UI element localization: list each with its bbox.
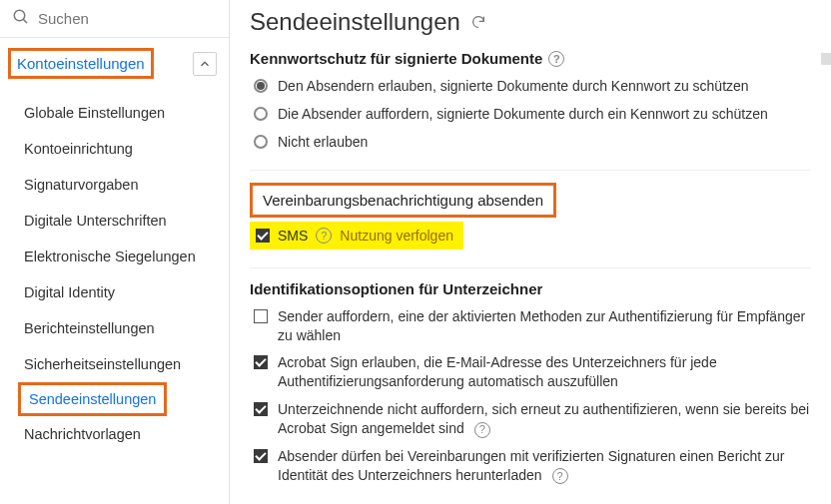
check-option-skip-reauth[interactable]: Unterzeichnende nicht auffordern, sich e… bbox=[250, 400, 811, 438]
sidebar-item-message-templates[interactable]: Nachrichtvorlagen bbox=[0, 416, 229, 452]
sidebar-item-global[interactable]: Globale Einstellungen bbox=[0, 95, 229, 131]
divider bbox=[250, 267, 811, 268]
radio-icon bbox=[254, 135, 268, 149]
main-content: Sendeeinstellungen Kennwortschutz für si… bbox=[230, 0, 831, 504]
checkbox-icon bbox=[254, 355, 268, 369]
section-agreement-notification: Vereinbarungsbenachrichtigung absenden S… bbox=[250, 183, 811, 250]
radio-label: Den Absendern erlauben, signierte Dokume… bbox=[278, 77, 749, 96]
help-icon[interactable]: ? bbox=[548, 51, 564, 67]
sidebar-section-header[interactable]: Kontoeinstellungen bbox=[0, 38, 229, 89]
help-icon[interactable]: ? bbox=[552, 468, 568, 484]
check-label-text: Absender dürfen bei Vereinbarungen mit v… bbox=[278, 448, 784, 483]
radio-icon bbox=[254, 107, 268, 121]
help-icon[interactable]: ? bbox=[474, 422, 490, 438]
search-row bbox=[0, 0, 229, 38]
section-password-protection: Kennwortschutz für signierte Dokumente ?… bbox=[250, 50, 811, 152]
check-option-require-method[interactable]: Sender auffordern, eine der aktivierten … bbox=[250, 307, 811, 345]
collapse-toggle[interactable] bbox=[193, 52, 217, 76]
svg-point-0 bbox=[14, 10, 25, 21]
sidebar-item-send-settings[interactable]: Sendeeinstellungen bbox=[18, 382, 167, 416]
page-title: Sendeeinstellungen bbox=[250, 8, 811, 36]
check-label: Acrobat Sign erlauben, die E-Mail-Adress… bbox=[278, 353, 811, 391]
check-option-download-identity-report[interactable]: Absender dürfen bei Vereinbarungen mit v… bbox=[250, 447, 811, 485]
check-label: Sender auffordern, eine der aktivierten … bbox=[278, 307, 811, 345]
radio-label: Die Absender auffordern, signierte Dokum… bbox=[278, 105, 768, 124]
sidebar-item-electronic-seals[interactable]: Elektronische Siegelungen bbox=[0, 239, 229, 274]
chevron-up-icon bbox=[198, 57, 212, 71]
scrollbar-marker[interactable] bbox=[821, 53, 831, 65]
page-title-text: Sendeeinstellungen bbox=[250, 8, 460, 36]
sms-label: SMS bbox=[278, 228, 308, 244]
section-title-text: Vereinbarungsbenachrichtigung absenden bbox=[263, 192, 543, 209]
sms-checkbox[interactable] bbox=[256, 229, 270, 243]
section-header-label: Kontoeinstellungen bbox=[17, 55, 145, 72]
track-usage-link[interactable]: Nutzung verfolgen bbox=[340, 228, 453, 244]
sms-highlight-strip: SMS ? Nutzung verfolgen bbox=[250, 222, 463, 250]
sidebar-item-security-settings[interactable]: Sicherheitseinstellungen bbox=[0, 346, 229, 382]
check-label-text: Unterzeichnende nicht auffordern, sich e… bbox=[278, 401, 809, 436]
help-icon[interactable]: ? bbox=[316, 228, 332, 244]
section-title-signer-id: Identifikationsoptionen für Unterzeichne… bbox=[250, 280, 811, 297]
nav-list: Globale Einstellungen Kontoeinrichtung S… bbox=[0, 89, 229, 458]
sidebar-item-account-setup[interactable]: Kontoeinrichtung bbox=[0, 131, 229, 167]
radio-option-require[interactable]: Die Absender auffordern, signierte Dokum… bbox=[250, 105, 811, 124]
check-list-signer-id: Sender auffordern, eine der aktivierten … bbox=[250, 307, 811, 485]
radio-list-password: Den Absendern erlauben, signierte Dokume… bbox=[250, 77, 811, 152]
section-title-password: Kennwortschutz für signierte Dokumente ? bbox=[250, 50, 811, 67]
sidebar: Kontoeinstellungen Globale Einstellungen… bbox=[0, 0, 230, 504]
section-title-text: Kennwortschutz für signierte Dokumente bbox=[250, 50, 542, 67]
check-option-autofill-email[interactable]: Acrobat Sign erlauben, die E-Mail-Adress… bbox=[250, 353, 811, 391]
svg-line-1 bbox=[23, 19, 27, 23]
radio-option-deny[interactable]: Nicht erlauben bbox=[250, 133, 811, 152]
section-title-agreement-notification: Vereinbarungsbenachrichtigung absenden bbox=[250, 183, 556, 218]
sidebar-item-signature-defaults[interactable]: Signaturvorgaben bbox=[0, 167, 229, 203]
radio-option-allow[interactable]: Den Absendern erlauben, signierte Dokume… bbox=[250, 77, 811, 96]
search-input[interactable] bbox=[38, 10, 217, 27]
checkbox-icon bbox=[254, 402, 268, 416]
sidebar-item-digital-identity[interactable]: Digital Identity bbox=[0, 274, 229, 310]
section-title-text: Identifikationsoptionen für Unterzeichne… bbox=[250, 280, 542, 297]
radio-icon bbox=[254, 79, 268, 93]
check-label: Unterzeichnende nicht auffordern, sich e… bbox=[278, 400, 811, 438]
refresh-icon[interactable] bbox=[470, 8, 486, 36]
section-header-highlight: Kontoeinstellungen bbox=[8, 48, 154, 79]
search-icon bbox=[12, 8, 30, 29]
sidebar-item-digital-signatures[interactable]: Digitale Unterschriften bbox=[0, 203, 229, 239]
radio-label: Nicht erlauben bbox=[278, 133, 368, 152]
check-label: Absender dürfen bei Vereinbarungen mit v… bbox=[278, 447, 811, 485]
checkbox-icon bbox=[254, 309, 268, 323]
divider bbox=[250, 170, 811, 171]
sidebar-item-report-settings[interactable]: Berichteinstellungen bbox=[0, 310, 229, 346]
section-signer-identification: Identifikationsoptionen für Unterzeichne… bbox=[250, 280, 811, 485]
checkbox-icon bbox=[254, 449, 268, 463]
